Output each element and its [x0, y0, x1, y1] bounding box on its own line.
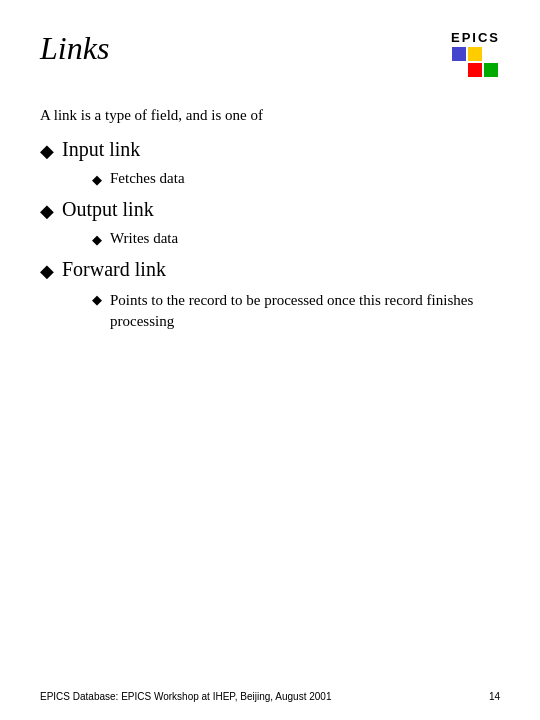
forward-desc-label: Points to the record to be processed onc… [110, 290, 500, 332]
content: A link is a type of field, and is one of… [40, 107, 500, 332]
output-link-children: ◆ Writes data [92, 230, 500, 248]
output-link-label: Output link [62, 198, 154, 221]
page-title: Links [40, 30, 109, 67]
diamond-icon-2a: ◆ [92, 232, 102, 248]
header: Links EPICS [40, 30, 500, 77]
diamond-icon-3a: ◆ [92, 292, 102, 308]
forward-link-label: Forward link [62, 258, 166, 281]
diamond-icon-1a: ◆ [92, 172, 102, 188]
epics-cell-5 [468, 63, 482, 77]
input-link-children: ◆ Fetches data [92, 170, 500, 188]
list-item: ◆ Points to the record to be processed o… [92, 290, 500, 332]
page: Links EPICS A link is a type of field, a… [0, 0, 540, 720]
epics-label: EPICS [451, 30, 500, 45]
diamond-icon-1: ◆ [40, 140, 54, 162]
forward-link-children: ◆ Points to the record to be processed o… [92, 290, 500, 332]
diamond-icon-2: ◆ [40, 200, 54, 222]
epics-cell-1 [452, 47, 466, 61]
list-item: ◆ Fetches data [92, 170, 500, 188]
intro-text: A link is a type of field, and is one of [40, 107, 500, 124]
epics-logo: EPICS [451, 30, 500, 77]
writes-data-label: Writes data [110, 230, 178, 247]
epics-grid [452, 47, 498, 77]
list-item-forward: ◆ Forward link [40, 258, 500, 282]
footer-page: 14 [489, 691, 500, 702]
footer-text: EPICS Database: EPICS Workshop at IHEP, … [40, 691, 331, 702]
diamond-icon-3: ◆ [40, 260, 54, 282]
fetches-data-label: Fetches data [110, 170, 185, 187]
footer: EPICS Database: EPICS Workshop at IHEP, … [40, 691, 500, 702]
epics-cell-2 [468, 47, 482, 61]
list-item-input: ◆ Input link [40, 138, 500, 162]
list-item-output: ◆ Output link [40, 198, 500, 222]
input-link-label: Input link [62, 138, 140, 161]
epics-cell-6 [484, 63, 498, 77]
list-item: ◆ Writes data [92, 230, 500, 248]
